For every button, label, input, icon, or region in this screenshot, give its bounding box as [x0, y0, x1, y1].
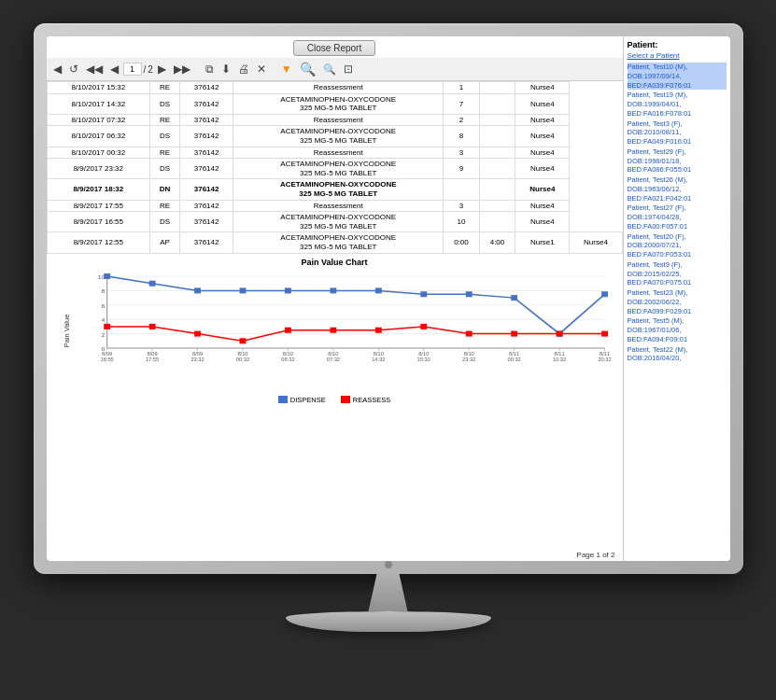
legend-dispense-label: DISPENSE — [290, 396, 326, 404]
cell-datetime: 8/9/2017 17:55 — [47, 200, 150, 212]
svg-rect-56 — [239, 287, 246, 293]
svg-rect-61 — [465, 291, 472, 297]
copy-button[interactable]: ⧉ — [203, 61, 217, 77]
svg-text:8/09: 8/09 — [147, 351, 157, 357]
download-button[interactable]: ⬇ — [219, 61, 233, 77]
table-row: 8/10/2017 07:32 RE 376142 Reassessment 2… — [47, 114, 622, 126]
cell-drug: ACETAMINOPHEN-OXYCODONE325 MG-5 MG TABLE… — [233, 159, 444, 179]
svg-text:00:32: 00:32 — [235, 357, 248, 362]
svg-text:23:32: 23:32 — [190, 357, 204, 362]
legend-reassess: REASSESS — [341, 396, 390, 404]
screen: Close Report ◀ ↺ ◀◀ ◀ / 2 ▶ ▶▶ ⧉ — [47, 36, 730, 561]
cell-type: RE — [150, 147, 180, 159]
cell-col7: Nurse4 — [515, 82, 570, 94]
cell-col5: 7 — [444, 93, 480, 114]
chart-legend: DISPENSE REASSESS — [54, 396, 615, 404]
svg-rect-65 — [104, 323, 110, 329]
chart-area: Pain Value Chart Pain Value 0246810 8/09… — [47, 254, 623, 550]
cell-id: 376142 — [179, 82, 233, 94]
back-button[interactable]: ◀ — [50, 61, 64, 77]
cell-datetime: 8/10/2017 06:32 — [47, 126, 150, 147]
first-page-button[interactable]: ◀◀ — [83, 61, 106, 77]
cell-id: 376142 — [179, 147, 233, 159]
cell-col7: Nurse4 — [515, 200, 570, 212]
patient-list-item[interactable]: Patient, Test19 (M),DOB:1999/04/01,BED:F… — [628, 91, 727, 118]
last-page-button[interactable]: ▶▶ — [171, 61, 193, 77]
prev-page-button[interactable]: ◀ — [107, 61, 121, 77]
patient-list-item[interactable]: Patient, Test23 (M),DOB:2002/06/22,BED:F… — [628, 288, 727, 315]
cell-col7: Nurse4 — [515, 179, 570, 200]
cell-col6 — [479, 114, 515, 126]
filter-button[interactable]: ▼ — [278, 61, 295, 77]
report-area: Close Report ◀ ↺ ◀◀ ◀ / 2 ▶ ▶▶ ⧉ — [47, 36, 623, 561]
svg-text:6: 6 — [101, 302, 105, 309]
zoom-out-button[interactable]: 🔍 — [320, 62, 339, 77]
svg-rect-68 — [239, 338, 246, 343]
cell-col6 — [479, 200, 515, 212]
cell-col7: Nurse1 — [515, 232, 570, 253]
delete-button[interactable]: ✕ — [254, 61, 269, 77]
cell-col7: Nurse4 — [515, 93, 570, 114]
cell-datetime: 8/9/2017 23:32 — [47, 159, 150, 179]
cell-datetime: 8/9/2017 12:55 — [47, 232, 150, 253]
cell-drug: ACETAMINOPHEN-OXYCODONE325 MG-5 MG TABLE… — [233, 179, 444, 200]
cell-id: 376142 — [179, 159, 233, 179]
cell-drug: ACETAMINOPHEN-OXYCODONE325 MG-5 MG TABLE… — [233, 232, 444, 253]
patient-list-item[interactable]: Patient, Test3 (F),DOB:2010/08/11,BED:FA… — [628, 119, 727, 147]
svg-rect-76 — [601, 330, 608, 336]
cell-col5: 8 — [444, 126, 480, 147]
patient-list-item[interactable]: Patient, Test22 (M),DOB:2016/04/20, — [628, 345, 727, 364]
cell-id: 376142 — [179, 212, 233, 232]
cell-col5: 1 — [444, 82, 480, 94]
cell-datetime: 8/10/2017 00:32 — [47, 147, 150, 159]
page-number-input[interactable] — [123, 63, 142, 76]
cell-type: DS — [150, 159, 180, 179]
cell-col6 — [479, 93, 515, 114]
svg-rect-72 — [420, 323, 427, 329]
patient-list-item[interactable]: Patient, Test10 (M),DOB:1997/09/14,BED:F… — [628, 63, 727, 90]
patient-list-item[interactable]: Patient, Test27 (F),DOB:1974/04/28,BED:F… — [628, 203, 727, 231]
cell-col5: 10 — [444, 212, 480, 232]
table-row: 8/10/2017 14:32 DS 376142 ACETAMINOPHEN-… — [47, 93, 622, 114]
select-patient-prompt[interactable]: Select a Patient — [628, 51, 727, 60]
patient-list-item[interactable]: Patient, Test26 (M),DOB:1963/06/12,BED:F… — [628, 175, 727, 203]
next-page-button[interactable]: ▶ — [155, 61, 169, 77]
patient-list-item[interactable]: Patient, Test9 (F),DOB:2015/02/25,BED:FA… — [628, 260, 727, 287]
legend-dispense: DISPENSE — [278, 396, 326, 404]
svg-text:8/11: 8/11 — [509, 351, 519, 357]
table-row: 8/9/2017 23:32 DS 376142 ACETAMINOPHEN-O… — [47, 159, 622, 179]
monitor-bezel: Close Report ◀ ↺ ◀◀ ◀ / 2 ▶ ▶▶ ⧉ — [34, 23, 743, 574]
patient-panel[interactable]: Patient: Select a Patient Patient, Test1… — [623, 36, 730, 561]
svg-rect-69 — [284, 327, 290, 332]
cell-type: DS — [150, 93, 180, 114]
svg-rect-58 — [330, 287, 336, 293]
patient-list: Patient, Test10 (M),DOB:1997/09/14,BED:F… — [628, 63, 727, 363]
close-report-button[interactable]: Close Report — [293, 40, 375, 56]
patient-list-item[interactable]: Patient, Test29 (F),DOB:1998/01/18,BED:F… — [628, 147, 727, 175]
svg-text:14:32: 14:32 — [372, 357, 385, 362]
cell-datetime: 8/10/2017 15:32 — [47, 82, 150, 94]
svg-text:00:32: 00:32 — [507, 357, 520, 362]
zoom-fit-button[interactable]: ⊡ — [341, 61, 356, 77]
svg-rect-59 — [374, 287, 381, 293]
zoom-in-button[interactable]: 🔍 — [297, 60, 318, 78]
cell-col6 — [479, 147, 515, 159]
monitor: Close Report ◀ ↺ ◀◀ ◀ / 2 ▶ ▶▶ ⧉ — [24, 23, 753, 677]
patient-list-item[interactable]: Patient, Test5 (M),DOB:1967/01/06,BED:FA… — [628, 316, 727, 343]
cell-col6 — [479, 126, 515, 147]
cell-col7: Nurse4 — [515, 212, 570, 232]
svg-text:8/10: 8/10 — [418, 351, 429, 357]
cell-col5: 0:00 — [444, 232, 480, 253]
svg-text:07:32: 07:32 — [326, 357, 339, 362]
svg-text:8/09: 8/09 — [191, 351, 202, 357]
cell-col5: 2 — [444, 114, 480, 126]
svg-rect-60 — [420, 291, 427, 297]
table-row: 8/10/2017 15:32 RE 376142 Reassessment 1… — [47, 82, 622, 94]
svg-rect-71 — [374, 327, 381, 332]
patient-list-item[interactable]: Patient, Test20 (F),DOB:2000/07/21,BED:F… — [628, 232, 727, 259]
refresh-button[interactable]: ↺ — [66, 61, 81, 77]
cell-col5: 9 — [444, 159, 480, 179]
close-button-bar: Close Report — [47, 36, 623, 58]
total-pages: 2 — [148, 64, 153, 75]
print-button[interactable]: 🖨 — [235, 61, 252, 77]
